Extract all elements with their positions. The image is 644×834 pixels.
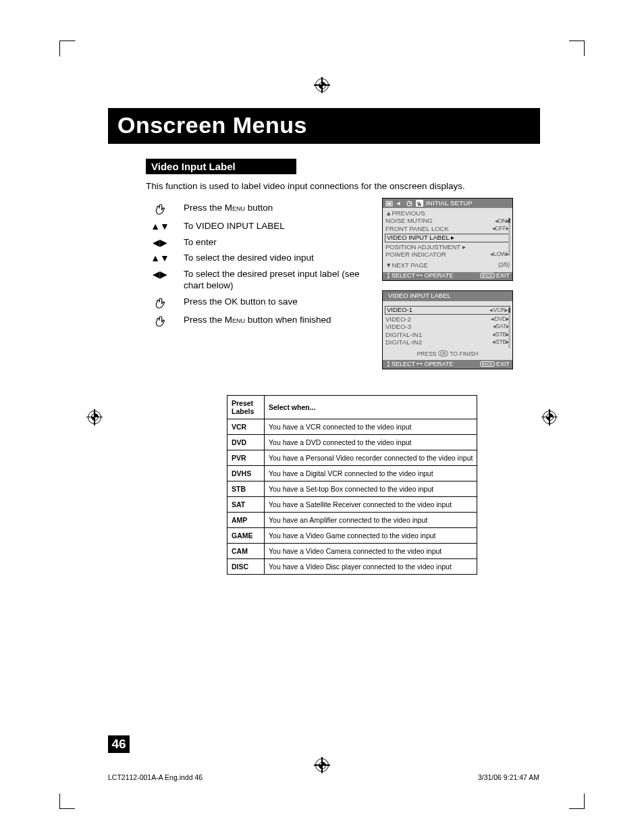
section-intro: This function is used to label video inp… bbox=[146, 181, 540, 191]
osd-header-title: INITIAL SETUP bbox=[426, 200, 473, 207]
hand-press-icon bbox=[146, 314, 174, 328]
osd-tab-picture-icon bbox=[385, 200, 393, 207]
instruction-step: Press the Menu button when finished bbox=[146, 314, 362, 328]
osd-footer-operate: ⭥SELECT ⭤ OPERATE bbox=[385, 361, 453, 368]
osd-row: VIDEO-1◂VCR▸ bbox=[385, 306, 510, 315]
preset-desc-cell: You have a Set-top Box connected to the … bbox=[265, 481, 477, 497]
osd-previews: INITIAL SETUP ▲PREVIOUSNOISE MUTING◂ON▸F… bbox=[382, 198, 540, 379]
osd-row: VIDEO-2◂DVD▸ bbox=[385, 315, 510, 323]
table-header: Preset Labels bbox=[227, 396, 265, 419]
registration-mark-icon bbox=[88, 411, 101, 424]
section-heading: Video Input Label bbox=[146, 159, 296, 174]
instruction-text: To enter bbox=[184, 236, 362, 249]
preset-desc-cell: You have a Digital VCR connected to the … bbox=[265, 466, 477, 481]
osd-row: FRONT PANEL LOCK◂OFF▸ bbox=[385, 225, 510, 232]
preset-label-cell: GAME bbox=[227, 528, 265, 544]
table-row: STBYou have a Set-top Box connected to t… bbox=[227, 481, 477, 497]
osd-row: DIGITAL-IN1◂STB▸ bbox=[385, 331, 510, 338]
instruction-text: To select the desired preset input label… bbox=[184, 268, 362, 292]
osd-row: POSITION ADJUSTMENT ▸ bbox=[385, 243, 510, 251]
osd-footer-operate: ⭥SELECT ⭤ OPERATE bbox=[385, 273, 453, 280]
instruction-step: ◀▶To select the desired preset input lab… bbox=[146, 268, 362, 292]
preset-label-cell: DVD bbox=[227, 435, 265, 450]
table-row: PVRYou have a Personal Video recorder co… bbox=[227, 450, 477, 466]
instruction-text: To VIDEO INPUT LABEL bbox=[184, 220, 362, 232]
instruction-step: ▲▼To VIDEO INPUT LABEL bbox=[146, 220, 362, 232]
preset-label-cell: VCR bbox=[227, 419, 265, 435]
instruction-text: Press the Menu button when finished bbox=[184, 314, 362, 326]
up-down-arrows-icon: ▲▼ bbox=[146, 252, 174, 263]
preset-label-cell: STB bbox=[227, 481, 265, 497]
osd-press-ok-line: PRESS OK TO FINISH bbox=[385, 346, 510, 359]
table-row: SATYou have a Satellite Receiver connect… bbox=[227, 497, 477, 513]
preset-desc-cell: You have a Video Disc player connected t… bbox=[265, 559, 477, 575]
instruction-text: To select the desired video input bbox=[184, 252, 362, 264]
hand-press-icon bbox=[146, 296, 174, 310]
table-row: DVHSYou have a Digital VCR connected to … bbox=[227, 466, 477, 481]
instruction-text: Press the OK button to save bbox=[184, 296, 362, 308]
left-right-arrows-icon: ◀▶ bbox=[146, 236, 174, 248]
registration-mark-icon bbox=[315, 758, 329, 772]
osd-header-title: VIDEO INPUT LABEL bbox=[388, 292, 451, 299]
table-header: Select when... bbox=[265, 396, 477, 419]
hand-press-icon bbox=[146, 202, 174, 216]
osd-row: ▲PREVIOUS bbox=[385, 209, 510, 217]
preset-labels-table: Preset Labels Select when... VCRYou have… bbox=[227, 395, 477, 575]
page-content: Onscreen Menus Video Input Label This fu… bbox=[108, 108, 540, 575]
print-footer: LCT2112-001A-A Eng.indd 46 3/31/06 9:21:… bbox=[108, 773, 539, 781]
preset-label-cell: AMP bbox=[227, 513, 265, 528]
instruction-step: ◀▶To enter bbox=[146, 236, 362, 249]
table-row: CAMYou have a Video Camera connected to … bbox=[227, 544, 477, 559]
osd-footer-exit: BACKEXIT bbox=[480, 273, 510, 280]
left-right-arrows-icon: ◀▶ bbox=[146, 268, 174, 280]
osd-header: INITIAL SETUP bbox=[383, 199, 512, 208]
osd-next-page: ▼NEXT PAGE(2/5) bbox=[385, 261, 510, 269]
osd-row: VIDEO-3◂SAT▸ bbox=[385, 323, 510, 331]
preset-desc-cell: You have a Personal Video recorder conne… bbox=[265, 450, 477, 466]
osd-row: NOISE MUTING◂ON▸ bbox=[385, 217, 510, 225]
instruction-step: ▲▼To select the desired video input bbox=[146, 252, 362, 264]
registration-mark-icon bbox=[543, 411, 556, 424]
page-title: Onscreen Menus bbox=[108, 108, 540, 144]
table-row: VCRYou have a VCR connected to the video… bbox=[227, 419, 477, 435]
osd-scrollbar bbox=[508, 218, 510, 256]
preset-desc-cell: You have a DVD connected to the video in… bbox=[265, 435, 477, 450]
table-row: AMPYou have an Amplifier connected to th… bbox=[227, 513, 477, 528]
instruction-text: Press the Menu button bbox=[184, 202, 362, 214]
preset-label-cell: DVHS bbox=[227, 466, 265, 481]
registration-mark-icon bbox=[315, 78, 329, 92]
instruction-step: Press the OK button to save bbox=[146, 296, 362, 310]
table-row: DVDYou have a DVD connected to the video… bbox=[227, 435, 477, 450]
osd-tab-sound-icon bbox=[396, 200, 403, 207]
crop-mark-tr bbox=[569, 41, 585, 56]
osd-tab-clock-icon bbox=[406, 200, 413, 207]
crop-mark-tl bbox=[59, 41, 76, 57]
osd-scrollbar bbox=[508, 308, 510, 348]
preset-desc-cell: You have an Amplifier connected to the v… bbox=[265, 513, 477, 528]
preset-label-cell: PVR bbox=[227, 450, 265, 466]
preset-desc-cell: You have a VCR connected to the video in… bbox=[265, 419, 477, 435]
instruction-step: Press the Menu button bbox=[146, 202, 362, 216]
osd-video-input-label: VIDEO INPUT LABEL VIDEO-1◂VCR▸VIDEO-2◂DV… bbox=[382, 290, 513, 369]
osd-tab-setup-icon bbox=[416, 200, 423, 207]
crop-mark-bl bbox=[59, 793, 75, 809]
table-row: DISCYou have a Video Disc player connect… bbox=[227, 559, 477, 575]
preset-label-cell: DISC bbox=[227, 559, 265, 575]
osd-initial-setup: INITIAL SETUP ▲PREVIOUSNOISE MUTING◂ON▸F… bbox=[382, 198, 513, 281]
osd-header: VIDEO INPUT LABEL bbox=[383, 291, 512, 301]
preset-desc-cell: You have a Video Camera connected to the… bbox=[265, 544, 477, 559]
preset-label-cell: SAT bbox=[227, 497, 265, 513]
table-row: GAMEYou have a Video Game connected to t… bbox=[227, 528, 477, 544]
instruction-steps: Press the Menu button▲▼To VIDEO INPUT LA… bbox=[146, 198, 362, 332]
crop-mark-br bbox=[569, 793, 585, 809]
up-down-arrows-icon: ▲▼ bbox=[146, 220, 174, 232]
preset-label-cell: CAM bbox=[227, 544, 265, 559]
osd-row: VIDEO INPUT LABEL ▸ bbox=[385, 234, 510, 242]
osd-footer-exit: BACKEXIT bbox=[480, 361, 510, 368]
page-number: 46 bbox=[108, 735, 130, 753]
svg-rect-1 bbox=[387, 203, 392, 205]
osd-row: DIGITAL-IN2◂STB▸ bbox=[385, 339, 510, 346]
preset-desc-cell: You have a Video Game connected to the v… bbox=[265, 528, 477, 544]
preset-desc-cell: You have a Satellite Receiver connected … bbox=[265, 497, 477, 513]
footer-timestamp: 3/31/06 9:21:47 AM bbox=[478, 773, 539, 781]
